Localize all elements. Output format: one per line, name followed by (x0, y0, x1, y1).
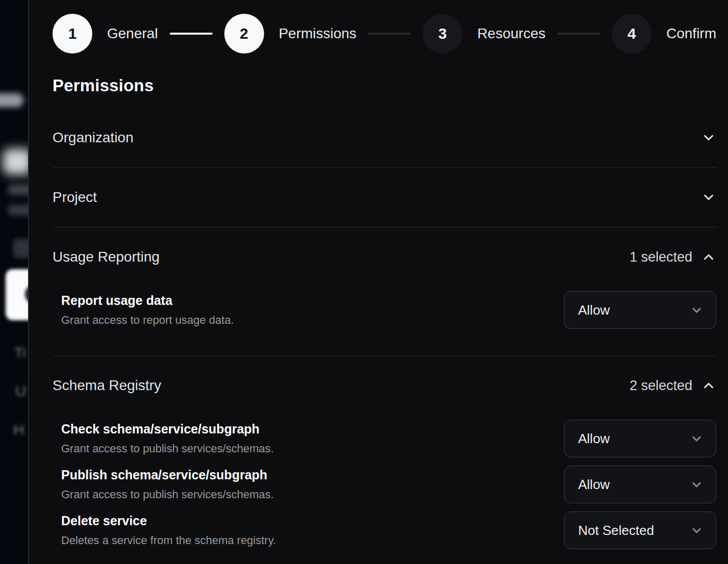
permission-sections: Organization Project (53, 108, 716, 564)
select-value: Allow (578, 431, 610, 447)
step-number-badge: 2 (224, 14, 264, 54)
chevron-down-icon (690, 524, 704, 537)
chevron-down-icon (690, 432, 704, 446)
permission-title: Report usage data (61, 293, 234, 308)
permission-description: Deletes a service from the schema regist… (61, 534, 276, 547)
blurred-logo-mark (25, 285, 28, 304)
permission-description: Grant access to publish services/schemas… (61, 442, 274, 455)
step-connector (170, 33, 213, 35)
select-value: Not Selected (578, 523, 654, 539)
section-title: Organization (53, 130, 134, 146)
permission-row-delete-service: Delete service Deletes a service from th… (53, 511, 716, 549)
permission-description: Grant access to report usage data. (61, 314, 234, 327)
step-label: Permissions (279, 25, 356, 42)
permission-row-check-schema: Check schema/service/subgraph Grant acce… (53, 420, 716, 457)
chevron-down-icon (690, 478, 704, 492)
section-header-usage-reporting[interactable]: Usage Reporting 1 selected (53, 227, 716, 265)
wizard-stepper: 1 General 2 Permissions 3 Resources 4 Co… (53, 14, 716, 54)
step-confirm[interactable]: 4 Confirm (612, 14, 716, 54)
blurred-icon (13, 239, 28, 258)
step-general[interactable]: 1 General (53, 14, 158, 54)
chevron-up-icon (701, 378, 716, 393)
step-permissions[interactable]: 2 Permissions (224, 14, 356, 54)
permission-select-report-usage-data[interactable]: Allow (564, 291, 716, 329)
blurred-text-line (8, 205, 28, 215)
blurred-nav-label: Ti (14, 345, 25, 361)
page-title: Permissions (53, 76, 716, 95)
blurred-nav-label: H (13, 421, 24, 439)
step-label: General (107, 25, 158, 42)
step-number-badge: 1 (53, 14, 92, 54)
section-header-project[interactable]: Project (53, 168, 716, 227)
permission-select-publish-schema[interactable]: Allow (564, 466, 716, 503)
section-header-organization[interactable]: Organization (53, 108, 716, 167)
blurred-text-line (8, 185, 28, 195)
section-header-schema-registry[interactable]: Schema Registry 2 selected (53, 356, 716, 394)
section-project: Project (53, 168, 716, 227)
permission-row-publish-schema: Publish schema/service/subgraph Grant ac… (53, 466, 716, 503)
blurred-logo-tile (6, 269, 28, 320)
permission-row-report-usage-data: Report usage data Grant access to report… (53, 291, 716, 329)
step-number-badge: 3 (423, 14, 462, 54)
permission-title: Publish schema/service/subgraph (61, 468, 274, 482)
select-value: Allow (578, 302, 610, 318)
chevron-down-icon (701, 130, 716, 145)
section-title: Usage Reporting (53, 249, 160, 265)
permission-select-delete-service[interactable]: Not Selected (564, 511, 716, 549)
chevron-up-icon (701, 249, 716, 265)
step-connector (368, 33, 411, 35)
selected-count: 1 selected (630, 249, 692, 265)
blurred-nav-label: U (15, 382, 27, 400)
section-schema-registry: Schema Registry 2 selected Check schema/… (53, 356, 716, 564)
chevron-down-icon (690, 303, 704, 317)
section-title: Schema Registry (53, 377, 161, 394)
section-organization: Organization (53, 108, 716, 168)
section-usage-reporting: Usage Reporting 1 selected Report usage … (53, 227, 716, 356)
permission-select-check-schema[interactable]: Allow (564, 420, 716, 457)
create-key-wizard-panel: 1 General 2 Permissions 3 Resources 4 Co… (28, 0, 728, 564)
permission-title: Delete service (61, 514, 276, 528)
blurred-heading (3, 149, 28, 174)
step-resources[interactable]: 3 Resources (423, 14, 545, 54)
chevron-down-icon (701, 190, 716, 205)
permission-title: Check schema/service/subgraph (61, 422, 274, 437)
step-number-badge: 4 (612, 14, 652, 54)
step-connector (557, 33, 600, 35)
blurred-badge (0, 93, 23, 107)
section-title: Project (53, 189, 97, 206)
permission-description: Grant access to publish services/schemas… (61, 488, 274, 501)
step-label: Confirm (666, 25, 716, 42)
background-page-blurred: Ti U H (0, 0, 28, 564)
step-label: Resources (477, 25, 545, 42)
select-value: Allow (578, 477, 610, 493)
selected-count: 2 selected (630, 378, 692, 394)
